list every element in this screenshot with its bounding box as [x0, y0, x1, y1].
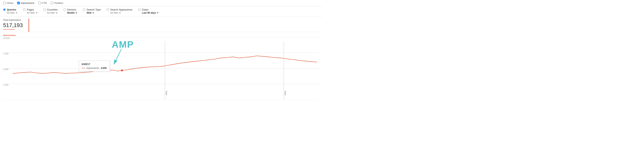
countries-value[interactable]: No filter: [47, 12, 58, 14]
filter-countries[interactable]: Countries No filter: [43, 8, 58, 14]
filter-search-type[interactable]: Search Type Web: [83, 8, 101, 14]
countries-label: Countries: [47, 8, 58, 11]
ctr-checkbox[interactable]: CTR: [38, 2, 47, 5]
devices-value[interactable]: Mobile: [67, 12, 77, 14]
devices-caret: [76, 13, 77, 14]
devices-radio[interactable]: [64, 8, 66, 11]
search-type-label: Search Type: [86, 8, 101, 11]
chart-container: 10,000 7,500 5,000 2,500 Note Note AMP: [3, 37, 319, 99]
search-type-caret: [92, 13, 94, 14]
search-appearance-radio[interactable]: [106, 8, 109, 11]
countries-radio[interactable]: [43, 8, 46, 11]
search-appearance-caret: [119, 13, 121, 14]
svg-text:Note: Note: [284, 91, 286, 95]
pages-caret: [36, 13, 38, 14]
queries-caret: [16, 13, 17, 14]
filter-dates[interactable]: Dates Last 90 days: [138, 8, 158, 14]
filter-search-appearance[interactable]: Search Appearance No filter: [106, 8, 132, 14]
dates-label: Dates: [142, 8, 148, 11]
filter-devices[interactable]: Devices Mobile: [64, 8, 77, 14]
tooltip-date: 6/28/17: [82, 63, 107, 66]
tooltip-metric-label: Impressions:: [86, 67, 100, 69]
y-axis-label: Impressions: [3, 34, 319, 36]
tooltip-metric-value: 4,658: [101, 67, 106, 69]
filter-pages[interactable]: Pages No filter: [23, 8, 37, 14]
svg-text:5,000: 5,000: [3, 68, 8, 70]
checkbox-bar: Clicks Impressions CTR Position: [0, 0, 322, 6]
clicks-checkbox[interactable]: Clicks: [3, 2, 14, 5]
search-appearance-label: Search Appearance: [110, 8, 132, 11]
ctr-label: CTR: [42, 2, 47, 5]
filter-row: Queries No filter Pages No filter Countr…: [0, 6, 322, 16]
svg-text:7,500: 7,500: [3, 52, 8, 55]
tooltip-box: 6/28/17 Impressions: 4,658: [79, 61, 110, 72]
tooltip-line-icon: [82, 68, 85, 68]
svg-text:10,000: 10,000: [3, 37, 10, 39]
stats-row: Total impressions 517,193: [0, 16, 322, 32]
devices-label: Devices: [67, 8, 76, 11]
dates-radio[interactable]: [138, 8, 141, 11]
countries-caret: [56, 13, 58, 14]
position-checkbox-input[interactable]: [51, 2, 53, 4]
position-checkbox[interactable]: Position: [51, 2, 63, 5]
pages-label: Pages: [27, 8, 34, 11]
impressions-label: Impressions: [21, 2, 34, 5]
clicks-label: Clicks: [6, 2, 14, 5]
stat-label: Total impressions: [3, 19, 23, 21]
filter-queries[interactable]: Queries No filter: [3, 8, 17, 14]
search-type-value[interactable]: Web: [86, 12, 94, 14]
search-type-radio[interactable]: [83, 8, 86, 11]
chart-area: Impressions 10,000 7,500 5,000 2,500 Not…: [0, 32, 322, 106]
dates-value[interactable]: Last 90 days: [142, 12, 158, 14]
svg-text:2,500: 2,500: [3, 83, 8, 86]
impressions-checkbox[interactable]: Impressions: [17, 2, 34, 5]
chart-svg: 10,000 7,500 5,000 2,500 Note Note: [3, 37, 319, 99]
search-appearance-value[interactable]: No filter: [110, 12, 121, 14]
stat-underline: [3, 29, 15, 30]
tooltip-metric: Impressions: 4,658: [82, 67, 107, 69]
clicks-checkbox-input[interactable]: [3, 2, 6, 4]
queries-label: Queries: [7, 8, 16, 11]
dates-caret: [157, 13, 158, 14]
queries-value[interactable]: No filter: [7, 12, 17, 14]
pages-value[interactable]: No filter: [27, 12, 37, 14]
total-impressions-block: Total impressions 517,193: [3, 19, 29, 32]
ctr-checkbox-input[interactable]: [38, 2, 41, 4]
queries-radio[interactable]: [3, 8, 6, 11]
tooltip-dot: [121, 69, 123, 71]
position-label: Position: [54, 2, 63, 5]
svg-text:Note: Note: [165, 91, 168, 95]
stat-value: 517,193: [3, 22, 23, 28]
impressions-checkbox-input[interactable]: [17, 2, 20, 4]
pages-radio[interactable]: [23, 8, 26, 11]
